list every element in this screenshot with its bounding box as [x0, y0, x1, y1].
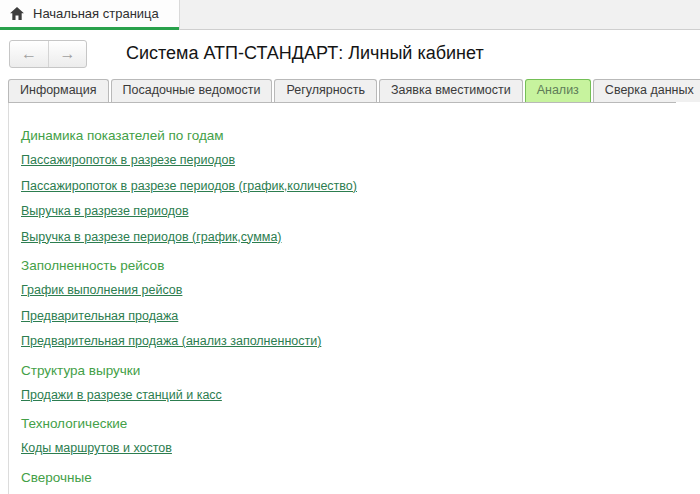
section-heading-reconciliation: Сверочные [21, 466, 676, 489]
tab-posadochnye-vedomosti[interactable]: Посадочные ведомости [111, 79, 273, 102]
link-row: Предварительная продажа [21, 303, 676, 329]
tab-informatsiya[interactable]: Информация [8, 79, 109, 102]
report-link-revenue-chart[interactable]: Выручка в разрезе периодов (график,сумма… [21, 230, 282, 244]
section-heading-occupancy: Заполненность рейсов [21, 254, 676, 277]
back-arrow-icon: ← [21, 45, 37, 63]
report-link-revenue[interactable]: Выручка в разрезе периодов [21, 204, 189, 218]
link-row: График выполнения рейсов [21, 277, 676, 303]
home-page-tab[interactable]: Начальная страница [0, 0, 179, 30]
forward-arrow-icon: → [60, 45, 76, 63]
report-link-passenger-flow[interactable]: Пассажиропоток в разрезе периодов [21, 153, 235, 167]
section-heading-revenue-structure: Структура выручки [21, 359, 676, 382]
link-row: Пассажиропоток в разрезе периодов [21, 147, 676, 173]
header-row: ← → Система АТП-СТАНДАРТ: Личный кабинет [0, 30, 700, 77]
forward-button[interactable]: → [48, 41, 86, 67]
report-link-sales-by-stations[interactable]: Продажи в разрезе станций и касс [21, 388, 222, 402]
report-link-route-host-codes[interactable]: Коды маршрутов и хостов [21, 441, 172, 455]
history-nav-group: ← → [9, 40, 87, 68]
link-row: Предварительная продажа (анализ заполнен… [21, 328, 676, 354]
link-row: Продажи в разрезе станций и касс [21, 382, 676, 408]
link-row: Пассажиропоток в разрезе периодов (графи… [21, 173, 676, 199]
back-button[interactable]: ← [10, 41, 48, 67]
report-link-trip-schedule[interactable]: График выполнения рейсов [21, 283, 182, 297]
report-link-presale-analysis[interactable]: Предварительная продажа (анализ заполнен… [21, 334, 321, 348]
tab-analiz[interactable]: Анализ [525, 79, 591, 102]
report-link-passenger-flow-chart[interactable]: Пассажиропоток в разрезе периодов (графи… [21, 179, 357, 193]
section-heading-dynamics: Динамика показателей по годам [21, 124, 676, 147]
report-link-presale[interactable]: Предварительная продажа [21, 309, 178, 323]
analysis-panel: Динамика показателей по годам Пассажироп… [8, 103, 676, 494]
window-tab-bar-empty [179, 0, 700, 30]
window-tab-bar: Начальная страница [0, 0, 700, 30]
link-row: Выручка в разрезе периодов (график,сумма… [21, 224, 676, 250]
tab-regulyarnost[interactable]: Регулярность [274, 79, 377, 102]
home-tab-label: Начальная страница [33, 6, 159, 21]
section-heading-technological: Технологические [21, 412, 676, 435]
link-row: Выручка в разрезе периодов [21, 198, 676, 224]
tab-zayavka-vmestimosti[interactable]: Заявка вместимости [379, 79, 523, 102]
link-row: Операции по периодом (Сверка Посадочных … [21, 489, 676, 494]
home-icon [10, 7, 24, 20]
tab-sverka-dannykh[interactable]: Сверка данных [593, 79, 700, 102]
tab-strip: Информация Посадочные ведомости Регулярн… [8, 77, 676, 103]
page-title: Система АТП-СТАНДАРТ: Личный кабинет [126, 43, 484, 64]
link-row: Коды маршрутов и хостов [21, 435, 676, 461]
